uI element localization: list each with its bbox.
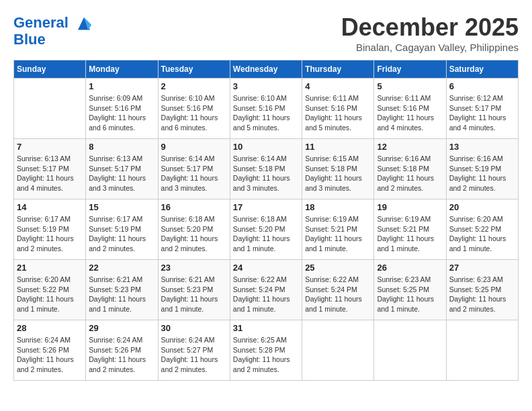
- day-number: 14: [17, 202, 83, 212]
- calendar-cell: 18Sunrise: 6:19 AMSunset: 5:21 PMDayligh…: [302, 199, 374, 260]
- location-subtitle: Binalan, Cagayan Valley, Philippines: [341, 42, 519, 53]
- calendar-cell: 5Sunrise: 6:11 AMSunset: 5:16 PMDaylight…: [374, 79, 446, 139]
- day-number: 8: [89, 142, 154, 152]
- day-info: Sunrise: 6:23 AMSunset: 5:25 PMDaylight:…: [377, 275, 443, 314]
- day-of-week-header: Saturday: [446, 60, 518, 79]
- calendar-cell: 6Sunrise: 6:12 AMSunset: 5:17 PMDaylight…: [446, 79, 518, 139]
- calendar-cell: 22Sunrise: 6:21 AMSunset: 5:23 PMDayligh…: [86, 260, 158, 320]
- month-title: December 2025: [341, 13, 519, 42]
- day-number: 3: [233, 81, 299, 91]
- calendar-cell: 17Sunrise: 6:18 AMSunset: 5:20 PMDayligh…: [230, 199, 302, 260]
- calendar-cell: 13Sunrise: 6:16 AMSunset: 5:19 PMDayligh…: [446, 139, 518, 199]
- day-number: 11: [305, 142, 371, 152]
- day-info: Sunrise: 6:20 AMSunset: 5:22 PMDaylight:…: [449, 214, 515, 254]
- calendar-cell: 14Sunrise: 6:17 AMSunset: 5:19 PMDayligh…: [14, 199, 86, 260]
- calendar-cell: 9Sunrise: 6:14 AMSunset: 5:17 PMDaylight…: [158, 139, 230, 199]
- day-of-week-header: Friday: [374, 60, 446, 79]
- calendar-cell: 2Sunrise: 6:10 AMSunset: 5:16 PMDaylight…: [158, 79, 230, 139]
- calendar-week-row: 14Sunrise: 6:17 AMSunset: 5:19 PMDayligh…: [14, 199, 519, 260]
- calendar-cell: 12Sunrise: 6:16 AMSunset: 5:18 PMDayligh…: [374, 139, 446, 199]
- day-info: Sunrise: 6:16 AMSunset: 5:19 PMDaylight:…: [449, 154, 515, 193]
- calendar-week-row: 21Sunrise: 6:20 AMSunset: 5:22 PMDayligh…: [14, 260, 519, 320]
- day-info: Sunrise: 6:12 AMSunset: 5:17 PMDaylight:…: [449, 93, 515, 133]
- day-number: 1: [89, 81, 154, 91]
- day-number: 27: [449, 263, 515, 273]
- day-number: 25: [305, 263, 371, 273]
- calendar-cell: 20Sunrise: 6:20 AMSunset: 5:22 PMDayligh…: [446, 199, 518, 260]
- day-number: 31: [233, 323, 299, 333]
- day-info: Sunrise: 6:14 AMSunset: 5:18 PMDaylight:…: [233, 154, 299, 193]
- day-number: 23: [161, 263, 227, 273]
- calendar-cell: 28Sunrise: 6:24 AMSunset: 5:26 PMDayligh…: [14, 320, 86, 381]
- day-number: 6: [449, 81, 515, 91]
- day-number: 12: [377, 142, 443, 152]
- day-info: Sunrise: 6:20 AMSunset: 5:22 PMDaylight:…: [17, 275, 83, 314]
- calendar-cell: [302, 320, 374, 381]
- day-info: Sunrise: 6:23 AMSunset: 5:25 PMDaylight:…: [449, 275, 515, 314]
- day-info: Sunrise: 6:10 AMSunset: 5:16 PMDaylight:…: [233, 93, 299, 133]
- day-info: Sunrise: 6:13 AMSunset: 5:17 PMDaylight:…: [89, 154, 154, 193]
- day-info: Sunrise: 6:25 AMSunset: 5:28 PMDaylight:…: [233, 335, 299, 375]
- day-info: Sunrise: 6:18 AMSunset: 5:20 PMDaylight:…: [233, 214, 299, 254]
- day-of-week-header: Tuesday: [158, 60, 230, 79]
- calendar-cell: [374, 320, 446, 381]
- day-of-week-header: Wednesday: [230, 60, 302, 79]
- day-info: Sunrise: 6:19 AMSunset: 5:21 PMDaylight:…: [305, 214, 371, 254]
- day-of-week-header: Monday: [86, 60, 158, 79]
- page-header: General Blue December 2025 Binalan, Caga…: [13, 13, 519, 53]
- calendar-cell: [446, 320, 518, 381]
- day-number: 29: [89, 323, 154, 333]
- day-of-week-header: Sunday: [14, 60, 86, 79]
- calendar-cell: 8Sunrise: 6:13 AMSunset: 5:17 PMDaylight…: [86, 139, 158, 199]
- calendar-week-row: 1Sunrise: 6:09 AMSunset: 5:16 PMDaylight…: [14, 79, 519, 139]
- logo-icon: [74, 13, 94, 34]
- day-info: Sunrise: 6:09 AMSunset: 5:16 PMDaylight:…: [89, 93, 154, 133]
- day-number: 13: [449, 142, 515, 152]
- calendar-cell: 3Sunrise: 6:10 AMSunset: 5:16 PMDaylight…: [230, 79, 302, 139]
- calendar-cell: 10Sunrise: 6:14 AMSunset: 5:18 PMDayligh…: [230, 139, 302, 199]
- calendar-cell: 21Sunrise: 6:20 AMSunset: 5:22 PMDayligh…: [14, 260, 86, 320]
- calendar-cell: 15Sunrise: 6:17 AMSunset: 5:19 PMDayligh…: [86, 199, 158, 260]
- day-number: 4: [305, 81, 371, 91]
- day-number: 15: [89, 202, 154, 212]
- calendar-cell: [14, 79, 86, 139]
- calendar-cell: 19Sunrise: 6:19 AMSunset: 5:21 PMDayligh…: [374, 199, 446, 260]
- day-info: Sunrise: 6:17 AMSunset: 5:19 PMDaylight:…: [17, 214, 83, 254]
- calendar-cell: 29Sunrise: 6:24 AMSunset: 5:26 PMDayligh…: [86, 320, 158, 381]
- calendar-week-row: 7Sunrise: 6:13 AMSunset: 5:17 PMDaylight…: [14, 139, 519, 199]
- day-number: 5: [377, 81, 443, 91]
- title-section: December 2025 Binalan, Cagayan Valley, P…: [341, 13, 519, 53]
- day-info: Sunrise: 6:21 AMSunset: 5:23 PMDaylight:…: [89, 275, 154, 314]
- day-info: Sunrise: 6:13 AMSunset: 5:17 PMDaylight:…: [17, 154, 83, 193]
- day-number: 18: [305, 202, 371, 212]
- day-info: Sunrise: 6:14 AMSunset: 5:17 PMDaylight:…: [161, 154, 227, 193]
- day-number: 26: [377, 263, 443, 273]
- calendar-cell: 16Sunrise: 6:18 AMSunset: 5:20 PMDayligh…: [158, 199, 230, 260]
- day-info: Sunrise: 6:15 AMSunset: 5:18 PMDaylight:…: [305, 154, 371, 193]
- day-info: Sunrise: 6:22 AMSunset: 5:24 PMDaylight:…: [305, 275, 371, 314]
- calendar-week-row: 28Sunrise: 6:24 AMSunset: 5:26 PMDayligh…: [14, 320, 519, 381]
- day-info: Sunrise: 6:16 AMSunset: 5:18 PMDaylight:…: [377, 154, 443, 193]
- day-info: Sunrise: 6:21 AMSunset: 5:23 PMDaylight:…: [161, 275, 227, 314]
- day-info: Sunrise: 6:11 AMSunset: 5:16 PMDaylight:…: [377, 93, 443, 133]
- day-number: 21: [17, 263, 83, 273]
- calendar-cell: 30Sunrise: 6:24 AMSunset: 5:27 PMDayligh…: [158, 320, 230, 381]
- calendar-cell: 1Sunrise: 6:09 AMSunset: 5:16 PMDaylight…: [86, 79, 158, 139]
- day-number: 9: [161, 142, 227, 152]
- day-number: 10: [233, 142, 299, 152]
- day-info: Sunrise: 6:24 AMSunset: 5:26 PMDaylight:…: [89, 335, 154, 375]
- day-number: 19: [377, 202, 443, 212]
- calendar-header-row: SundayMondayTuesdayWednesdayThursdayFrid…: [14, 60, 519, 79]
- calendar-cell: 24Sunrise: 6:22 AMSunset: 5:24 PMDayligh…: [230, 260, 302, 320]
- day-info: Sunrise: 6:11 AMSunset: 5:16 PMDaylight:…: [305, 93, 371, 133]
- logo: General Blue: [13, 13, 94, 48]
- calendar-cell: 11Sunrise: 6:15 AMSunset: 5:18 PMDayligh…: [302, 139, 374, 199]
- day-number: 22: [89, 263, 154, 273]
- day-info: Sunrise: 6:19 AMSunset: 5:21 PMDaylight:…: [377, 214, 443, 254]
- day-info: Sunrise: 6:17 AMSunset: 5:19 PMDaylight:…: [89, 214, 154, 254]
- calendar-cell: 23Sunrise: 6:21 AMSunset: 5:23 PMDayligh…: [158, 260, 230, 320]
- calendar-cell: 26Sunrise: 6:23 AMSunset: 5:25 PMDayligh…: [374, 260, 446, 320]
- day-number: 30: [161, 323, 227, 333]
- calendar-cell: 27Sunrise: 6:23 AMSunset: 5:25 PMDayligh…: [446, 260, 518, 320]
- calendar-cell: 25Sunrise: 6:22 AMSunset: 5:24 PMDayligh…: [302, 260, 374, 320]
